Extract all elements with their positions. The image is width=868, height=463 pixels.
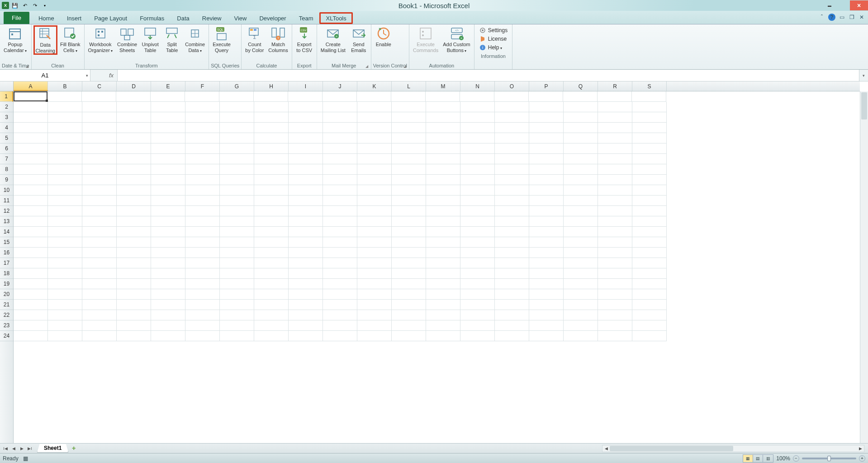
cell[interactable] [323, 185, 357, 196]
cell[interactable] [289, 289, 323, 300]
cell[interactable] [564, 123, 598, 133]
new-sheet-icon[interactable]: ✚ [69, 445, 78, 452]
cell[interactable] [564, 331, 598, 341]
cell[interactable] [529, 154, 564, 164]
close-workbook-icon[interactable]: ✕ [858, 14, 865, 21]
cell[interactable] [185, 216, 220, 227]
cell[interactable] [117, 112, 151, 123]
cell[interactable] [529, 185, 564, 196]
cell[interactable] [289, 112, 323, 123]
cell[interactable] [357, 196, 392, 206]
cell[interactable] [392, 258, 426, 268]
cell[interactable] [426, 279, 460, 289]
cell[interactable] [564, 258, 598, 268]
cell[interactable] [357, 289, 392, 300]
cell[interactable] [495, 258, 529, 268]
cell[interactable] [495, 331, 529, 341]
row-header[interactable]: 18 [0, 268, 13, 279]
cell[interactable] [392, 164, 426, 175]
cell[interactable] [426, 300, 460, 310]
column-header[interactable]: P [529, 81, 564, 91]
cell[interactable] [495, 248, 529, 258]
column-header[interactable]: H [254, 81, 289, 91]
cell[interactable] [289, 164, 323, 175]
cell[interactable] [460, 102, 495, 112]
cell[interactable] [460, 331, 495, 341]
cell[interactable] [564, 143, 598, 154]
cell[interactable] [357, 310, 392, 320]
cell[interactable] [151, 320, 185, 331]
cell[interactable] [220, 164, 254, 175]
cell[interactable] [117, 133, 151, 143]
tab-xltools[interactable]: XLTools [319, 12, 352, 24]
cell[interactable] [564, 300, 598, 310]
cell[interactable] [117, 237, 151, 248]
cell[interactable] [323, 279, 357, 289]
cell[interactable] [185, 133, 220, 143]
cell[interactable] [14, 91, 47, 101]
horizontal-scroll-thumb[interactable] [610, 446, 733, 451]
cell[interactable] [460, 216, 495, 227]
cell[interactable] [357, 91, 391, 102]
cell[interactable] [598, 143, 632, 154]
cell[interactable] [495, 164, 529, 175]
cell[interactable] [48, 268, 82, 279]
cell[interactable] [564, 133, 598, 143]
cell[interactable] [82, 102, 117, 112]
cell[interactable] [117, 175, 151, 185]
column-header[interactable]: O [495, 81, 529, 91]
cell[interactable] [598, 102, 632, 112]
cell[interactable] [598, 185, 632, 196]
cell[interactable] [357, 237, 392, 248]
cell[interactable] [632, 300, 667, 310]
maximize-button[interactable] [836, 0, 850, 10]
cell[interactable] [357, 300, 392, 310]
cell[interactable] [426, 164, 460, 175]
formula-bar-expand-icon[interactable]: ▾ [859, 70, 868, 81]
cell[interactable] [151, 164, 185, 175]
cell[interactable] [289, 320, 323, 331]
cell[interactable] [117, 300, 151, 310]
cell[interactable] [598, 320, 632, 331]
cell[interactable] [151, 279, 185, 289]
cell[interactable] [323, 206, 357, 216]
cells-area[interactable] [14, 91, 860, 443]
cell[interactable] [117, 196, 151, 206]
cell[interactable] [289, 310, 323, 320]
cell[interactable] [220, 112, 254, 123]
cell[interactable] [426, 320, 460, 331]
cell[interactable] [323, 175, 357, 185]
cell[interactable] [529, 102, 564, 112]
workbook-organizer-button[interactable]: WorkbookOrganizer [86, 25, 115, 54]
cell[interactable] [460, 175, 495, 185]
cell[interactable] [632, 206, 667, 216]
cell[interactable] [632, 123, 667, 133]
cell[interactable] [529, 248, 564, 258]
cell[interactable] [151, 102, 185, 112]
cell[interactable] [220, 175, 254, 185]
column-header[interactable]: Q [564, 81, 598, 91]
row-header[interactable]: 17 [0, 258, 13, 268]
cell[interactable] [357, 143, 392, 154]
cell[interactable] [529, 237, 564, 248]
cell[interactable] [426, 102, 460, 112]
macro-record-icon[interactable]: ▦ [23, 455, 28, 462]
cell[interactable] [426, 206, 460, 216]
count-by-color-button[interactable]: ΣCountby Color [243, 25, 266, 54]
row-header[interactable]: 8 [0, 164, 13, 175]
column-header[interactable]: N [460, 81, 495, 91]
cell[interactable] [632, 216, 667, 227]
cell[interactable] [48, 102, 82, 112]
minimize-ribbon-icon[interactable]: ▭ [838, 14, 845, 21]
zoom-slider[interactable] [802, 458, 856, 459]
cell[interactable] [14, 279, 48, 289]
cell[interactable] [48, 175, 82, 185]
cell[interactable] [529, 216, 564, 227]
cell[interactable] [117, 154, 151, 164]
cell[interactable] [598, 310, 632, 320]
cell[interactable] [632, 289, 667, 300]
cell[interactable] [14, 123, 48, 133]
cell[interactable] [185, 143, 220, 154]
cell[interactable] [48, 164, 82, 175]
cell[interactable] [116, 91, 151, 102]
